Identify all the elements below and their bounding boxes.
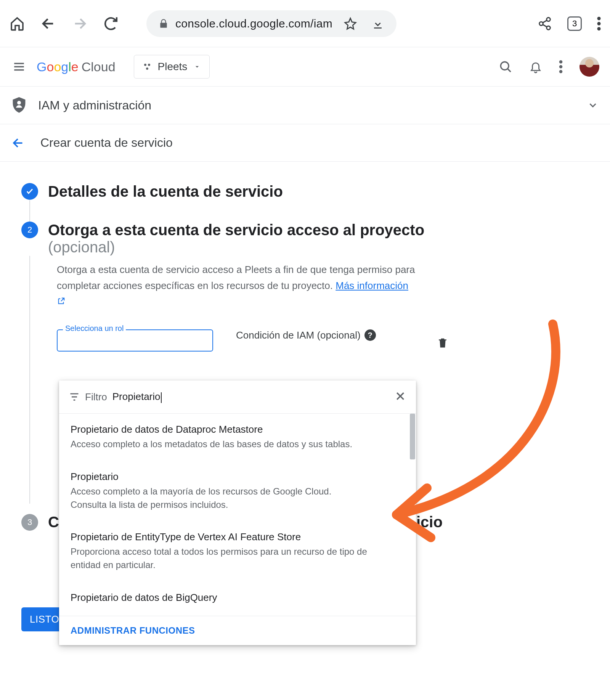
svg-point-1 [539, 22, 543, 26]
step-2: 2 Otorga a esta cuenta de servicio acces… [21, 222, 589, 256]
dropdown-item-title: Propietario de datos de Dataproc Metasto… [71, 424, 405, 435]
download-icon[interactable] [371, 17, 384, 30]
google-cloud-logo[interactable]: Google Cloud [37, 59, 116, 74]
lock-icon [159, 19, 169, 29]
cloud-header-right [499, 57, 599, 77]
project-selector[interactable]: Pleets [134, 55, 210, 79]
svg-point-3 [597, 17, 601, 20]
more-icon[interactable] [559, 60, 563, 73]
svg-point-8 [146, 67, 148, 70]
step-3-title-right: icio [416, 514, 443, 531]
section-bar: IAM y administración [0, 86, 610, 124]
kebab-menu-icon[interactable] [597, 17, 601, 31]
hamburger-menu-icon[interactable] [11, 58, 27, 75]
chevron-down-icon[interactable] [587, 100, 599, 111]
sub-bar: Crear cuenta de servicio [0, 124, 610, 162]
bell-icon[interactable] [529, 60, 542, 73]
step-connector-1 [29, 200, 30, 222]
external-link-icon[interactable] [57, 296, 65, 309]
dropdown-item[interactable]: Propietario de datos de Dataproc Metasto… [59, 414, 416, 461]
filter-label: Filtro [85, 391, 107, 403]
browser-chrome: console.cloud.google.com/iam 3 [0, 0, 610, 47]
browser-right-icons: 3 [538, 16, 601, 31]
share-icon[interactable] [538, 16, 552, 31]
forward-icon[interactable] [72, 16, 88, 32]
project-name: Pleets [158, 61, 188, 73]
address-bar[interactable]: console.cloud.google.com/iam [146, 10, 396, 37]
dropdown-footer: ADMINISTRAR FUNCIONES [59, 616, 416, 645]
project-icon [143, 62, 152, 71]
avatar[interactable] [580, 57, 599, 77]
svg-point-12 [559, 70, 563, 74]
star-icon[interactable] [344, 17, 357, 30]
address-url: console.cloud.google.com/iam [175, 17, 332, 30]
svg-point-6 [144, 64, 146, 66]
dropdown-item[interactable]: Propietario de EntityType de Vertex AI F… [59, 521, 416, 582]
filter-icon [69, 392, 80, 402]
dropdown-item-desc: Acceso completo a los metadatos de las b… [71, 438, 368, 451]
dropdown-item-desc: Acceso completo a la mayoría de los recu… [71, 485, 368, 512]
check-icon [25, 187, 34, 196]
step-2-badge: 2 [21, 222, 38, 238]
help-icon[interactable]: ? [364, 329, 376, 341]
back-icon[interactable] [40, 16, 56, 32]
clear-filter-button[interactable] [395, 390, 406, 403]
svg-point-5 [597, 27, 601, 31]
learn-more-link[interactable]: Más información [336, 280, 408, 291]
text-cursor [161, 392, 162, 403]
svg-point-9 [501, 62, 509, 70]
dropdown-list[interactable]: Propietario de datos de Dataproc Metasto… [59, 414, 416, 616]
dropdown-triangle-icon [193, 63, 201, 71]
dropdown-item-desc: Proporciona acceso total a todos los per… [71, 545, 368, 572]
svg-point-7 [148, 64, 150, 66]
svg-point-10 [559, 60, 563, 64]
dropdown-item[interactable]: Propietario de datos de BigQuery [59, 582, 416, 616]
iam-condition[interactable]: Condición de IAM (opcional) ? [236, 329, 376, 341]
browser-nav-icons [9, 16, 119, 32]
iam-shield-icon [11, 96, 27, 114]
svg-point-2 [547, 26, 551, 29]
sub-title: Crear cuenta de servicio [40, 136, 173, 150]
step-2-body: Otorga a esta cuenta de servicio acceso … [57, 262, 461, 310]
svg-point-13 [17, 101, 21, 105]
step-1-title: Detalles de la cuenta de servicio [48, 183, 283, 200]
role-select[interactable]: Selecciona un rol [57, 329, 213, 352]
dropdown-item[interactable]: Propietario Acceso completo a la mayoría… [59, 461, 416, 522]
step-2-title: Otorga a esta cuenta de servicio acceso … [48, 222, 424, 239]
manage-roles-button[interactable]: ADMINISTRAR FUNCIONES [71, 625, 195, 636]
tab-count[interactable]: 3 [567, 16, 582, 31]
svg-point-11 [559, 65, 563, 69]
scrollbar-thumb[interactable] [410, 414, 415, 459]
search-icon[interactable] [499, 60, 512, 74]
step-1: Detalles de la cuenta de servicio [21, 183, 589, 200]
step-1-badge [21, 183, 38, 200]
dropdown-filter-row: Filtro Propietario [59, 381, 416, 414]
svg-point-0 [547, 18, 551, 21]
step-2-subtitle: (opcional) [48, 239, 424, 256]
dropdown-item-title: Propietario de datos de BigQuery [71, 592, 405, 604]
role-select-label: Selecciona un rol [63, 324, 126, 333]
step-3-badge: 3 [21, 514, 38, 531]
step-3-title-left: C [48, 514, 59, 531]
section-title: IAM y administración [38, 98, 151, 112]
cloud-header: Google Cloud Pleets [0, 47, 610, 86]
filter-input[interactable]: Propietario [112, 391, 389, 403]
delete-role-button[interactable] [437, 336, 448, 351]
role-dropdown: Filtro Propietario Propietario de datos … [59, 381, 416, 645]
dropdown-item-title: Propietario [71, 471, 405, 483]
home-icon[interactable] [9, 16, 25, 32]
dropdown-item-title: Propietario de EntityType de Vertex AI F… [71, 531, 405, 543]
back-arrow-icon[interactable] [11, 136, 25, 150]
svg-point-4 [597, 22, 601, 25]
reload-icon[interactable] [103, 16, 119, 32]
